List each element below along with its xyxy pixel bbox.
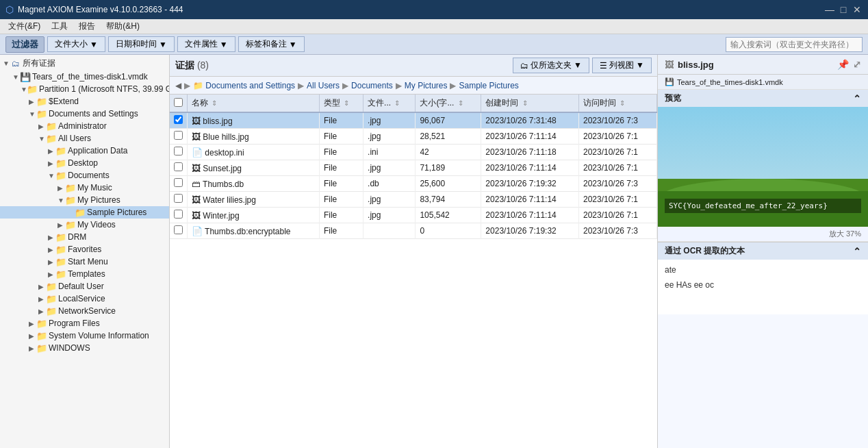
file-title-bar: 🖼 bliss.jpg 📌 ⤢ (658, 55, 868, 75)
menu-file[interactable]: 文件(&F) (3, 19, 46, 34)
ocr-collapse-icon[interactable]: ⌃ (853, 246, 861, 257)
row-checkbox-6[interactable] (170, 208, 188, 223)
col-header-ext[interactable]: 文件... ⇕ (363, 95, 416, 112)
tree-item-administrator[interactable]: ▶ 📁 Administrator (0, 120, 169, 132)
tree-item-networkservice[interactable]: ▶ 📁 NetworkService (0, 305, 169, 317)
tree-item-mymusic[interactable]: ▶ 📁 My Music (0, 182, 169, 194)
filter-datetime-button[interactable]: 日期和时间 ▼ (108, 36, 175, 52)
row-checkbox-1[interactable] (170, 129, 188, 145)
tree-item-sysvolinfo[interactable]: ▶ 📁 System Volume Information (0, 329, 169, 342)
list-view-button[interactable]: ☰ 列视图 ▼ (592, 58, 652, 73)
search-input[interactable] (726, 37, 863, 52)
tree-item-documents[interactable]: ▼ 📁 Documents (0, 169, 169, 182)
close-button[interactable]: ✕ (852, 4, 863, 15)
tree-item-startmenu[interactable]: ▶ 📁 Start Menu (0, 256, 169, 268)
filter-fileattr-button[interactable]: 文件属性 ▼ (177, 36, 235, 52)
tree-item-docsettings[interactable]: ▼ 📁 Documents and Settings (0, 108, 169, 120)
file-type-icon: 🖼 (665, 60, 674, 70)
tree-item-desktop[interactable]: ▶ 📁 Desktop (0, 157, 169, 169)
breadcrumb-allusers[interactable]: All Users (307, 81, 340, 90)
col-header-created[interactable]: 创建时间 ⇕ (481, 95, 579, 112)
pin-icon[interactable]: 📌 (837, 59, 849, 70)
docsettings-icon: 📁 (37, 109, 47, 119)
col-header-accessed[interactable]: 访问时间 ⇕ (578, 95, 656, 112)
table-row[interactable]: 🖼 Water lilies.jpg File .jpg 83,794 2023… (170, 192, 657, 208)
breadcrumb-samplepictures[interactable]: Sample Pictures (459, 81, 518, 90)
table-row[interactable]: 📄 desktop.ini File .ini 42 2023/10/26 7:… (170, 145, 657, 160)
row-size-3: 71,189 (416, 160, 481, 176)
filter-selected-folder-button[interactable]: 🗂 仅所选文夹 ▼ (513, 58, 589, 73)
row-type-7: File (319, 223, 363, 239)
breadcrumb-mypictures[interactable]: My Pictures (405, 81, 448, 90)
breadcrumb-documents[interactable]: Documents (351, 81, 393, 90)
maximize-button[interactable]: □ (838, 4, 849, 15)
tree-item-programfiles[interactable]: ▶ 📁 Program Files (0, 317, 169, 329)
tree-item-allusers[interactable]: ▼ 📁 All Users (0, 132, 169, 145)
row-checkbox-7[interactable] (170, 223, 188, 239)
app-title: Magnet AXIOM Examine v4.10.0.23663 - 444 (18, 5, 183, 14)
tree-item-localservice[interactable]: ▶ 📁 LocalService (0, 293, 169, 305)
preview-section: 预览 ⌃ SYC{You_defeated_me_after_22_years}… (658, 90, 868, 242)
tree-item-windows[interactable]: ▶ 📁 WINDOWS (0, 342, 169, 354)
filter-tags-button[interactable]: 标签和备注 ▼ (238, 36, 305, 52)
tree-item-defaultuser[interactable]: ▶ 📁 Default User (0, 280, 169, 293)
filter-filesize-button[interactable]: 文件大小 ▼ (47, 36, 105, 52)
tree-item-templates[interactable]: ▶ 📁 Templates (0, 268, 169, 280)
defaultuser-icon: 📁 (47, 282, 56, 291)
documents-icon: 📁 (56, 171, 66, 180)
menu-bar: 文件(&F) 工具 报告 帮助(&H) (0, 19, 868, 34)
table-row[interactable]: 🖼 bliss.jpg File .jpg 96,067 2023/10/26 … (170, 112, 657, 129)
tree-item-samplepictures[interactable]: ▶ 📁 Sample Pictures (0, 206, 169, 219)
tree-label-startmenu: Start Menu (68, 257, 108, 266)
row-name-1: 🖼 Blue hills.jpg (188, 129, 320, 145)
tree-item-drm[interactable]: ▶ 📁 DRM (0, 231, 169, 243)
row-checkbox-3[interactable] (170, 160, 188, 176)
expand-icon[interactable]: ⤢ (853, 59, 861, 70)
tree-label-administrator: Administrator (58, 121, 107, 131)
col-header-size[interactable]: 大小(字... ⇕ (416, 95, 481, 112)
tree-item-extend[interactable]: ▶ 📁 $Extend (0, 95, 169, 108)
row-checkbox-2[interactable] (170, 145, 188, 160)
row-checkbox-5[interactable] (170, 192, 188, 208)
tree-item-favorites[interactable]: ▶ 📁 Favorites (0, 243, 169, 256)
tree-label-extend: $Extend (49, 97, 79, 106)
file-title-label: bliss.jpg (678, 60, 714, 70)
tree-item-myvideos[interactable]: ▶ 📁 My Videos (0, 219, 169, 231)
table-row[interactable]: 🗃 Thumbs.db File .db 25,600 2023/10/26 7… (170, 176, 657, 192)
tree-item-appdata[interactable]: ▶ 📁 Application Data (0, 145, 169, 157)
row-accessed-7: 2023/10/26 7:3 (578, 223, 656, 239)
col-header-name[interactable]: 名称 ⇕ (188, 95, 320, 112)
breadcrumb-nav-left[interactable]: ◀ (175, 81, 181, 90)
table-row[interactable]: 📄 Thumbs.db:encryptable File 0 2023/10/2… (170, 223, 657, 239)
col-header-type[interactable]: 类型 ⇕ (319, 95, 363, 112)
ocr-section: 通过 OCR 提取的文本 ⌃ ateee HAs ee oc (658, 242, 868, 448)
col-header-checkbox[interactable] (170, 95, 188, 112)
breadcrumb-docsettings[interactable]: 📁 Documents and Settings (193, 81, 295, 90)
tree-item-disk[interactable]: ▼ 💾 Tears_of_the_times-disk1.vmdk (0, 71, 169, 83)
tree-item-mypictures[interactable]: ▼ 📁 My Pictures (0, 194, 169, 206)
table-row[interactable]: 🖼 Winter.jpg File .jpg 105,542 2023/10/2… (170, 208, 657, 223)
tree-item-root[interactable]: ▼ 🗂 所有证据 (0, 56, 169, 71)
menu-help[interactable]: 帮助(&H) (101, 19, 145, 34)
row-accessed-3: 2023/10/26 7:1 (578, 160, 656, 176)
tree-label-favorites: Favorites (68, 245, 101, 254)
row-name-2: 📄 desktop.ini (188, 145, 320, 160)
filter-selected-icon: 🗂 (520, 61, 528, 71)
source-label: 💾 Tears_of_the_times-disk1.vmdk (658, 75, 868, 90)
minimize-button[interactable]: — (824, 4, 835, 15)
menu-tools[interactable]: 工具 (46, 19, 73, 34)
right-panel: 🖼 bliss.jpg 📌 ⤢ 💾 Tears_of_the_times-dis… (657, 55, 868, 448)
table-row[interactable]: 🖼 Blue hills.jpg File .jpg 28,521 2023/1… (170, 129, 657, 145)
select-all-checkbox[interactable] (174, 98, 183, 107)
menu-report[interactable]: 报告 (73, 19, 101, 34)
programfiles-icon: 📁 (37, 319, 47, 328)
row-size-4: 25,600 (416, 176, 481, 192)
row-created-0: 2023/10/26 7:31:48 (481, 112, 579, 129)
row-checkbox-4[interactable] (170, 176, 188, 192)
table-row[interactable]: 🖼 Sunset.jpg File .jpg 71,189 2023/10/26… (170, 160, 657, 176)
tree-label-programfiles: Program Files (49, 319, 100, 328)
preview-collapse-icon[interactable]: ⌃ (853, 93, 861, 104)
left-panel: ▼ 🗂 所有证据 ▼ 💾 Tears_of_the_times-disk1.vm… (0, 55, 170, 448)
row-checkbox-0[interactable] (170, 112, 188, 129)
tree-item-partition[interactable]: ▼ 📁 Partition 1 (Microsoft NTFS, 39.99 G… (0, 83, 169, 95)
